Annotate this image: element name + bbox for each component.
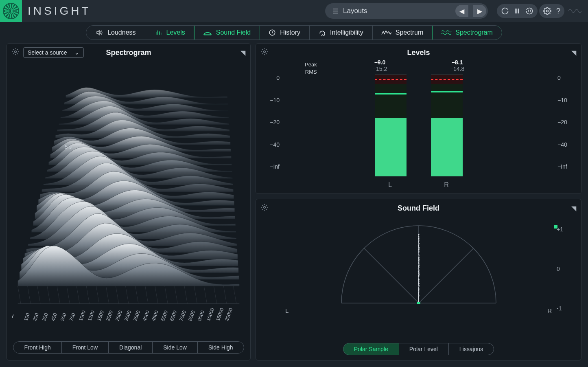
spectrogram-icon	[442, 29, 451, 36]
freq-tick: 1000	[77, 310, 86, 322]
svg-point-575	[418, 236, 418, 236]
db-tick: −40	[557, 141, 574, 148]
svg-point-369	[418, 268, 419, 269]
spec-view-side-high[interactable]: Side High	[198, 342, 244, 353]
reset-icon[interactable]	[525, 7, 533, 15]
svg-point-893	[418, 239, 419, 240]
svg-point-679	[418, 264, 419, 264]
levels-rms-r: −14.8	[441, 66, 474, 72]
soundfield-settings-icon[interactable]	[261, 204, 268, 213]
freq-tick: 4000	[142, 310, 151, 322]
tab-loudness[interactable]: Loudness	[86, 26, 145, 40]
svg-point-850	[418, 279, 418, 279]
svg-point-35	[264, 207, 266, 209]
toolbar-buttons: ?	[497, 4, 584, 18]
svg-point-807	[418, 254, 418, 254]
svg-point-736	[418, 266, 419, 266]
spectrogram-settings-icon[interactable]	[12, 48, 19, 57]
spectrogram-panel: Select a source ⌄ Spectrogram ◥ 5 s	[7, 43, 251, 360]
svg-point-908	[419, 270, 420, 271]
spectrogram-expand-icon[interactable]: ◥	[240, 49, 245, 57]
app-logo	[0, 0, 22, 22]
svg-point-813	[419, 289, 419, 290]
svg-point-920	[418, 271, 419, 272]
svg-point-2	[546, 10, 548, 12]
tab-soundfield[interactable]: Sound Field	[194, 25, 260, 40]
history-icon	[269, 29, 276, 36]
spec-view-side-low[interactable]: Side Low	[153, 342, 198, 353]
svg-point-913	[418, 237, 419, 238]
freq-tick: 6000	[169, 310, 178, 322]
intelligibility-icon	[319, 29, 326, 37]
top-bar: INSIGHT ☰ Layouts ◀ ▶ ?	[0, 0, 588, 22]
sf-mode-polar-level[interactable]: Polar Level	[399, 343, 449, 355]
svg-point-667	[419, 246, 420, 246]
tab-levels[interactable]: Levels	[145, 25, 195, 40]
svg-point-897	[419, 260, 419, 260]
preset-selector[interactable]: ☰ Layouts ◀ ▶	[325, 3, 488, 19]
svg-point-460	[419, 278, 419, 279]
spec-view-front-low[interactable]: Front Low	[62, 342, 109, 353]
sf-right-label: R	[547, 307, 552, 314]
spectrogram-display[interactable]: 5 s Hz 100200300400500700100012001500200…	[12, 58, 245, 339]
svg-rect-0	[515, 9, 516, 13]
svg-point-918	[418, 283, 419, 283]
svg-point-917	[418, 284, 419, 284]
svg-rect-940	[417, 302, 420, 304]
levels-rms-l: −15.2	[364, 66, 396, 72]
levels-peak-r: −8.1	[441, 59, 474, 66]
freq-tick: 2500	[114, 310, 123, 322]
source-select[interactable]: Select a source ⌄	[23, 47, 84, 58]
settings-icon[interactable]	[543, 7, 551, 15]
sf-mode-polar-sample[interactable]: Polar Sample	[343, 343, 399, 355]
spectrogram-title: Spectrogram	[106, 48, 151, 57]
svg-point-929	[418, 296, 419, 296]
svg-point-487	[419, 243, 419, 243]
spec-view-diagonal[interactable]: Diagonal	[109, 342, 153, 353]
levels-panel: Levels ◥ Peak RMS −9.0 −15.2 −8.1 −14.8 …	[256, 43, 581, 194]
sf-mode-lissajous[interactable]: Lissajous	[449, 343, 494, 355]
svg-point-835	[418, 300, 419, 301]
tab-spectrum[interactable]: Spectrum	[373, 26, 433, 40]
levels-settings-icon[interactable]	[261, 48, 268, 57]
refresh-icon[interactable]	[501, 7, 509, 15]
pause-icon[interactable]	[514, 8, 520, 14]
svg-point-304	[419, 256, 419, 257]
tab-spectrogram[interactable]: Spectrogram	[432, 25, 502, 40]
vectorscope-display[interactable]: +1 0 -1 L R	[261, 214, 576, 341]
svg-point-851	[419, 255, 419, 255]
freq-tick: 10000	[205, 307, 216, 322]
svg-point-225	[419, 255, 420, 256]
svg-point-888	[418, 251, 419, 251]
svg-point-443	[418, 256, 418, 257]
help-icon[interactable]: ?	[556, 7, 560, 15]
db-tick: −40	[263, 141, 280, 148]
svg-point-899	[418, 247, 419, 248]
freq-tick: 3500	[132, 310, 141, 322]
svg-point-912	[418, 248, 418, 249]
svg-point-618	[418, 251, 419, 251]
soundfield-expand-icon[interactable]: ◥	[571, 204, 576, 212]
spec-view-front-high[interactable]: Front High	[13, 342, 61, 353]
levels-expand-icon[interactable]: ◥	[571, 49, 576, 57]
chevron-down-icon: ⌄	[74, 49, 79, 56]
spectrogram-view-selector: Front HighFront LowDiagonalSide LowSide …	[13, 341, 244, 354]
svg-point-909	[419, 286, 419, 286]
frequency-axis: 1002003004005007001000120015002000250030…	[19, 293, 238, 322]
list-icon: ☰	[332, 7, 338, 15]
freq-tick: 15000	[215, 307, 225, 322]
wave-icon[interactable]	[566, 4, 584, 18]
svg-point-878	[418, 257, 418, 257]
tab-history[interactable]: History	[260, 26, 310, 40]
preset-prev-button[interactable]: ◀	[455, 5, 468, 17]
loudness-icon	[95, 29, 103, 36]
tab-intelligibility[interactable]: Intelligibility	[310, 26, 373, 40]
svg-point-586	[418, 249, 419, 250]
preset-next-button[interactable]: ▶	[473, 5, 486, 17]
meter-l	[375, 75, 407, 176]
svg-point-820	[418, 294, 419, 294]
channel-r-label: R	[444, 181, 449, 189]
svg-point-916	[418, 275, 419, 275]
svg-point-706	[418, 259, 419, 259]
svg-point-885	[418, 262, 418, 262]
